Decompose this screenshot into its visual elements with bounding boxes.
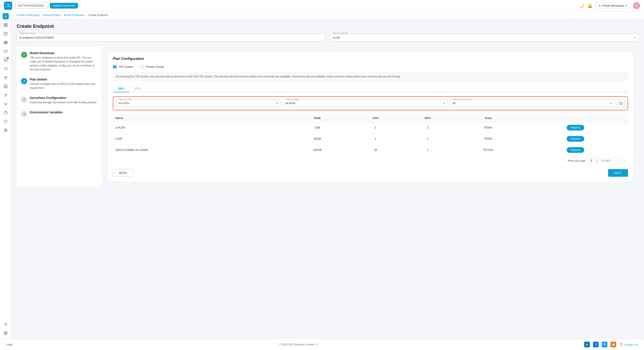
step-4-content: Environment Variables	[30, 110, 63, 117]
serving-model-select[interactable]: vLLM Triton TorchServe	[330, 34, 639, 42]
svg-rect-7	[4, 32, 7, 35]
svg-rect-10	[4, 41, 7, 42]
logo: TIR AI PLATFORM	[4, 2, 12, 10]
svg-point-31	[5, 332, 6, 334]
next-button[interactable]: NEXT	[608, 169, 628, 177]
page-content: Create Endpoint Endpoint Name * Serving …	[12, 19, 644, 339]
sidebar-item-projects[interactable]	[2, 30, 10, 38]
filter-ram-wrap: Filter by RAM All RAM 1GB 16GB 40GB 80GB…	[283, 100, 448, 107]
sidebar-item-cloud-ai[interactable]	[2, 65, 10, 73]
breadcrumb-sep-2: ›	[62, 14, 63, 17]
pagination-next-button[interactable]: ›	[622, 158, 628, 164]
col-header-action	[523, 114, 628, 122]
contact-us-button[interactable]: ❓ Contact Us	[619, 343, 638, 346]
svg-rect-21	[4, 85, 7, 88]
sidebar-item-models[interactable]	[2, 47, 10, 55]
tir-cluster-option[interactable]: TIR Cluster	[113, 65, 133, 69]
sidebar-item-model-repo[interactable]	[2, 56, 10, 64]
cell-ram: 100GB	[285, 144, 350, 155]
filter-gpu-select[interactable]: All A100 A10080	[450, 100, 614, 107]
sidebar-item-security[interactable]	[2, 118, 10, 125]
cell-name: 2xA100	[113, 122, 285, 133]
step-2-icon: 2	[21, 78, 27, 84]
col-header-ram: RAM	[285, 114, 350, 122]
request-button[interactable]: Request	[567, 136, 584, 142]
tir-cluster-radio[interactable]	[113, 65, 117, 69]
sidebar-item-container[interactable]	[2, 109, 10, 117]
linkedin-icon[interactable]: in	[584, 342, 590, 347]
facebook-icon[interactable]: f	[593, 342, 599, 347]
go-to-myaccount-button[interactable]: GO TO MYACCOUNT	[15, 3, 47, 9]
private-cluster-option[interactable]: Private Cluster	[140, 65, 164, 69]
avatar[interactable]: P	[633, 2, 640, 9]
cluster-description: By choosing the TIR Cluster, your servic…	[113, 72, 628, 81]
rows-per-page-label: Rows per page:	[568, 159, 586, 162]
breadcrumb-workspace[interactable]: Private Workspace	[17, 14, 40, 17]
svg-point-29	[5, 324, 6, 325]
cell-action: Request	[523, 144, 628, 155]
step-1-icon: ✓	[21, 52, 27, 58]
action-row: BACK NEXT	[113, 169, 628, 177]
breadcrumb-current: Create Endpoint	[88, 14, 108, 17]
refresh-filter-button[interactable]	[617, 99, 625, 107]
breadcrumb-project[interactable]: default-project	[43, 14, 60, 17]
svg-point-14	[5, 77, 6, 78]
step-2-content: Plan Details Choose a suitable plan of G…	[30, 78, 98, 90]
sidebar-item-datasets[interactable]	[2, 39, 10, 47]
sidebar-toggle[interactable]: ≫	[3, 13, 9, 19]
back-button[interactable]: BACK	[113, 169, 133, 177]
sidebar-item-table[interactable]	[2, 82, 10, 90]
private-cluster-label: Private Cluster	[146, 65, 164, 68]
svg-line-25	[6, 94, 7, 95]
cell-name: A100	[113, 133, 285, 144]
filter-ram-label: Filter by RAM	[285, 98, 300, 101]
private-cluster-radio[interactable]	[140, 65, 144, 69]
rss-icon[interactable]: ◉	[610, 342, 616, 347]
svg-text:AI PLATFORM: AI PLATFORM	[5, 6, 11, 7]
endpoint-form-row: Endpoint Name * Serving Model * vLLM Tri…	[17, 34, 639, 42]
breadcrumb-sep-3: ›	[86, 14, 86, 17]
gpu-table: Name RAM CPU GPU Price 2xA100 1	[113, 114, 628, 155]
sidebar-item-edit[interactable]	[2, 91, 10, 99]
cell-action: Request	[523, 122, 628, 133]
twitter-icon[interactable]: 𝕏	[602, 342, 608, 347]
pagination-prev-button[interactable]: ‹	[613, 158, 619, 164]
workspace-selector[interactable]: ⊙ Private Workspace ▾	[596, 3, 630, 9]
tab-gpu[interactable]: GPU	[113, 85, 130, 92]
step-2-desc: Choose a suitable plan of GPU or CPU bas…	[30, 82, 98, 90]
svg-rect-11	[4, 42, 7, 43]
footer-legal[interactable]: Legal	[6, 343, 12, 346]
cell-gpu: 1	[401, 144, 454, 155]
cell-price: ₹10/hr	[454, 133, 523, 144]
svg-line-19	[6, 77, 7, 78]
filter-cpu-select[interactable]: All vCPU 1 vCPU 2 vCPU 4 vCPU 8 vCPU 16 …	[116, 100, 280, 107]
workspace-icon: ⊙	[599, 4, 601, 7]
request-button[interactable]: Request	[567, 147, 584, 153]
step-1-title: Model Download	[30, 51, 98, 55]
cell-ram: 1GB	[285, 122, 350, 133]
request-button[interactable]: Request	[567, 125, 584, 130]
page-title: Create Endpoint	[17, 24, 639, 29]
filter-cpu-label: Filter by CPU	[118, 98, 132, 101]
sidebar-item-sync[interactable]	[2, 100, 10, 108]
endpoint-name-input[interactable]	[17, 34, 326, 42]
sidebar-item-dashboard[interactable]	[2, 21, 10, 29]
col-header-price: Price	[454, 114, 523, 122]
explore-genai-api-button[interactable]: Explore GenAI API	[50, 3, 78, 9]
sidebar-item-network[interactable]	[2, 74, 10, 82]
step-1: ✓ Model Download TIR uses containers to …	[21, 51, 98, 72]
sidebar-item-cloud2[interactable]	[2, 126, 10, 134]
sidebar-item-support[interactable]	[2, 329, 10, 337]
rows-per-page-select[interactable]: 5 10 25	[589, 158, 598, 163]
contact-icon: ❓	[619, 343, 623, 346]
dark-mode-toggle[interactable]: 🌙	[579, 3, 584, 8]
cell-cpu: 1	[350, 133, 401, 144]
sidebar-item-settings[interactable]	[2, 320, 10, 328]
step-4-title: Environment Variables	[30, 110, 63, 114]
tab-cpu[interactable]: CPU	[130, 85, 146, 92]
filter-ram-select[interactable]: All RAM 1GB 16GB 40GB 80GB 100GB	[283, 100, 448, 107]
notifications-button[interactable]: 🔔	[588, 3, 592, 8]
pagination: Rows per page: 5 10 25 ▼ 1–3 of 3 ‹	[113, 155, 628, 164]
breadcrumb-model-endpoints[interactable]: Model Endpoints	[64, 14, 84, 17]
col-header-cpu: CPU	[350, 114, 401, 122]
